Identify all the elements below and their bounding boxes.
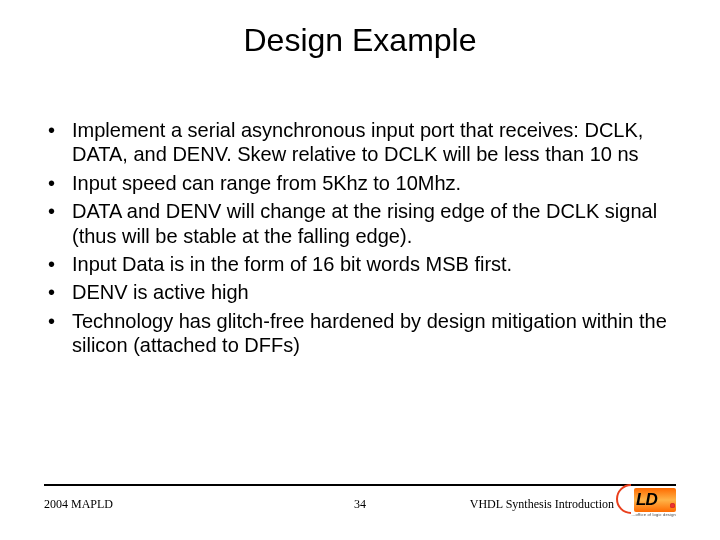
list-item: DENV is active high [44, 280, 676, 304]
logo-text: LD [636, 490, 674, 510]
logo-dot-icon [670, 503, 675, 508]
slide-title: Design Example [0, 22, 720, 59]
logo-tagline: ...office of logic design [622, 512, 676, 517]
list-item: DATA and DENV will change at the rising … [44, 199, 676, 248]
list-item: Technology has glitch-free hardened by d… [44, 309, 676, 358]
list-item: Input speed can range from 5Khz to 10Mhz… [44, 171, 676, 195]
footer: 2004 MAPLD 34 VHDL Synthesis Introductio… [44, 492, 676, 518]
slide-body: Implement a serial asynchronous input po… [44, 118, 676, 362]
bullet-list: Implement a serial asynchronous input po… [44, 118, 676, 358]
slide: Design Example Implement a serial asynch… [0, 0, 720, 540]
footer-right: VHDL Synthesis Introduction [470, 497, 614, 512]
logo: LD ...office of logic design [622, 486, 676, 518]
footer-divider [44, 484, 676, 488]
list-item: Implement a serial asynchronous input po… [44, 118, 676, 167]
list-item: Input Data is in the form of 16 bit word… [44, 252, 676, 276]
